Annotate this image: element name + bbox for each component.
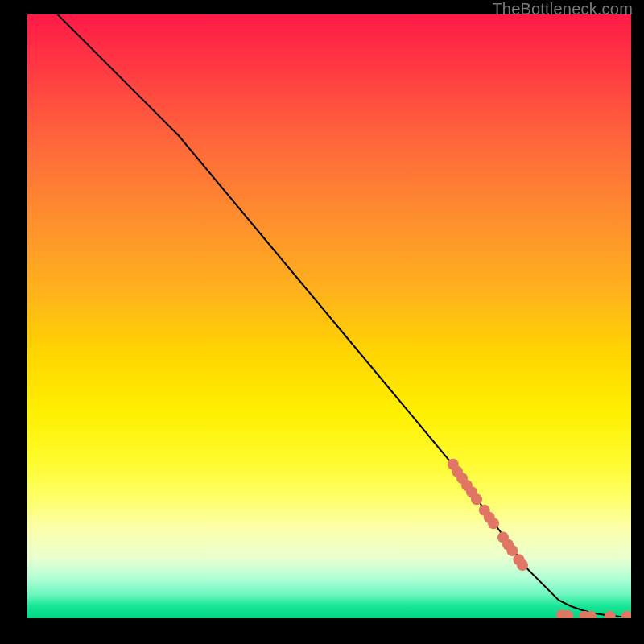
curve-line (58, 14, 632, 617)
data-point (506, 545, 518, 556)
attribution-label: TheBottleneck.com (492, 0, 633, 19)
data-point (517, 559, 528, 571)
data-points (448, 459, 631, 618)
data-point (621, 611, 631, 618)
data-point (471, 493, 482, 505)
chart-svg (27, 14, 631, 618)
data-point (605, 611, 616, 618)
data-point (488, 518, 499, 529)
chart-area (27, 14, 631, 618)
